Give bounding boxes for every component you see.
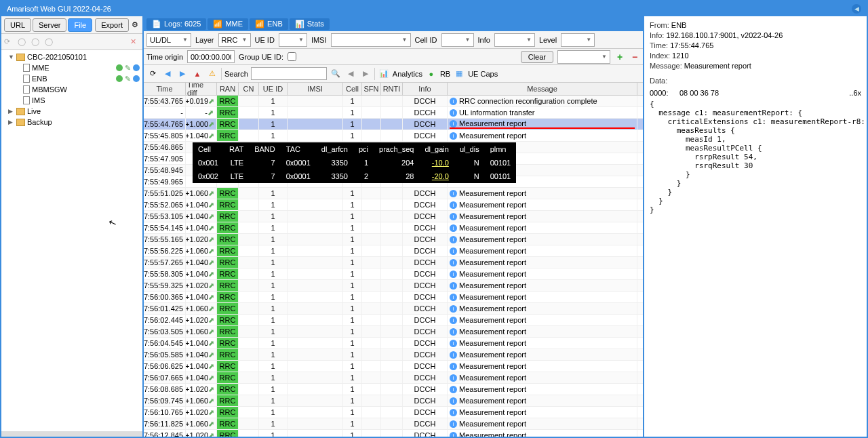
table-row[interactable]: 17:56:03.505+1.060⬈RRC11DCCHiMeasurement… (144, 326, 643, 338)
tree-node[interactable]: ▶Backup (4, 117, 140, 127)
column-header[interactable]: RAN (217, 83, 239, 95)
table-row[interactable]: 17:55:45.805+1.040⬈RRC11DCCHiMeasurement… (144, 130, 643, 142)
column-header[interactable]: IMSI (288, 83, 343, 95)
analytics-label[interactable]: Analytics (393, 70, 422, 78)
table-row[interactable]: 17:56:00.365+1.040⬈RRC11DCCHiMeasurement… (144, 292, 643, 303)
url-button[interactable]: URL (4, 18, 31, 32)
column-header[interactable]: Time (144, 83, 186, 95)
uecaps-icon[interactable]: ▦ (453, 68, 465, 80)
tab[interactable]: 📊Stats (290, 18, 330, 30)
column-header[interactable]: Info (403, 83, 448, 95)
table-row[interactable]: 17:55:56.225+1.060⬈RRC11DCCHiMeasurement… (144, 245, 643, 257)
chart-icon[interactable]: 📊 (378, 68, 390, 80)
file-tree[interactable]: ▼CBC-2021050101MME✎ENB✎MBMSGWIMS▶Live▶Ba… (1, 50, 142, 431)
table-row[interactable]: 17:56:10.765+1.020⬈RRC11DCCHiMeasurement… (144, 407, 643, 418)
rb-label[interactable]: RB (440, 70, 450, 78)
arrow-up-icon: ⬈ (208, 235, 214, 244)
column-header[interactable]: UE ID (259, 83, 288, 95)
table-row[interactable]: 17:55:58.305+1.040⬈RRC11DCCHiMeasurement… (144, 268, 643, 280)
export-button[interactable]: Export (95, 18, 129, 32)
next-icon[interactable]: ▶ (176, 68, 189, 80)
table-row[interactable]: 17:56:08.685+1.020⬈RRC11DCCHiMeasurement… (144, 384, 643, 395)
remove-icon[interactable]: − (629, 52, 640, 62)
log-grid[interactable]: TimeTime diffRANCNUE IDIMSICellSFNRNTIIn… (144, 83, 643, 437)
table-row[interactable]: 17:55:53.105+1.040⬈RRC11DCCHiMeasurement… (144, 211, 643, 222)
nav-icon2[interactable]: ◯ (31, 37, 41, 47)
edit-icon[interactable]: ✎ (125, 75, 131, 83)
table-row[interactable]: 17:56:02.445+1.020⬈RRC11DCCHiMeasurement… (144, 315, 643, 326)
group-ueid-checkbox[interactable] (288, 52, 296, 61)
column-header[interactable]: Message (448, 83, 637, 95)
play-icon[interactable] (133, 75, 140, 82)
column-header[interactable]: RNTI (381, 83, 403, 95)
column-header[interactable]: CN (239, 83, 259, 95)
ueid-combo[interactable]: ▼ (279, 33, 307, 47)
table-row[interactable]: 17:56:07.665+1.040⬈RRC11DCCHiMeasurement… (144, 372, 643, 384)
search-input[interactable] (251, 67, 327, 80)
table-row[interactable]: --⬈RRC11DCCHiUL information transfer (144, 107, 643, 119)
info-combo[interactable]: ▼ (494, 33, 535, 47)
table-cell: 1 (259, 130, 288, 141)
table-row[interactable]: 17:55:44.765+1.000⬈RRC11DCCHiMeasurement… (144, 119, 643, 130)
tree-node[interactable]: ENB✎ (4, 73, 140, 84)
table-row[interactable]: 17:55:55.165+1.020⬈RRC11DCCHiMeasurement… (144, 234, 643, 245)
search-next-icon[interactable]: ▶ (359, 68, 372, 80)
uecaps-label[interactable]: UE Caps (468, 70, 498, 78)
table-row[interactable]: 17:55:43.765+0.019⬈RRC11DCCHiRRC connect… (144, 96, 643, 107)
column-header[interactable]: Cell (343, 83, 362, 95)
clear-button[interactable]: Clear (521, 51, 553, 63)
table-cell: 17:56:10.765 (144, 407, 186, 418)
nav-icon[interactable]: ◯ (18, 37, 27, 47)
tab[interactable]: 📶MME (208, 18, 248, 30)
layer-combo[interactable]: RRC▼ (218, 33, 251, 47)
table-row[interactable]: 17:56:05.585+1.040⬈RRC11DCCHiMeasurement… (144, 349, 643, 361)
table-cell: 1 (343, 395, 362, 406)
gear-icon[interactable]: ⚙ (130, 19, 140, 31)
collapse-sidebar-icon[interactable]: ◀ (852, 4, 861, 14)
table-row[interactable]: 17:56:09.745+1.060⬈RRC11DCCHiMeasurement… (144, 395, 643, 407)
column-header[interactable]: Time diff (186, 83, 217, 95)
play-icon[interactable] (133, 64, 140, 71)
table-row[interactable]: 17:55:54.145+1.040⬈RRC11DCCHiMeasurement… (144, 222, 643, 234)
h-scrollbar[interactable] (1, 431, 142, 437)
table-row[interactable]: 17:55:51.025+1.060⬈RRC11DCCHiMeasurement… (144, 188, 643, 199)
edit-icon[interactable]: ✎ (125, 64, 131, 73)
table-row[interactable]: 17:55:59.325+1.020⬈RRC11DCCHiMeasurement… (144, 280, 643, 292)
filter-preset-combo[interactable]: ▼ (557, 50, 610, 64)
table-row[interactable]: 17:56:06.625+1.040⬈RRC11DCCHiMeasurement… (144, 361, 643, 372)
table-row[interactable]: 17:56:12.845+1.020⬈RRC11DCCHiMeasurement… (144, 430, 643, 437)
tab[interactable]: 📄Logs: 6025 (146, 18, 206, 30)
binoculars-icon[interactable]: 🔍 (330, 68, 342, 80)
time-origin-input[interactable] (187, 50, 235, 63)
server-button[interactable]: Server (33, 18, 66, 32)
refresh-icon[interactable]: ⟳ (4, 37, 14, 47)
table-row[interactable]: 17:55:57.265+1.040⬈RRC11DCCHiMeasurement… (144, 257, 643, 268)
tree-node[interactable]: ▼CBC-2021050101 (4, 52, 140, 62)
prev-icon[interactable]: ◀ (161, 68, 174, 80)
uldl-combo[interactable]: UL/DL▼ (146, 33, 191, 47)
info-icon: i (450, 294, 457, 301)
tree-node[interactable]: IMS (4, 95, 140, 106)
nav-icon3[interactable]: ◯ (45, 37, 54, 47)
cellid-combo[interactable]: ▼ (441, 33, 474, 47)
column-header[interactable]: SFN (362, 83, 381, 95)
tree-node[interactable]: ▶Live (4, 106, 140, 117)
table-row[interactable]: 17:56:01.425+1.060⬈RRC11DCCHiMeasurement… (144, 303, 643, 315)
add-icon[interactable]: + (614, 52, 625, 62)
table-row[interactable]: 17:55:52.065+1.040⬈RRC11DCCHiMeasurement… (144, 199, 643, 211)
refresh-icon[interactable]: ⟳ (146, 68, 159, 80)
close-icon[interactable]: ✕ (130, 37, 140, 47)
tree-node[interactable]: MME✎ (4, 62, 140, 73)
file-button[interactable]: File (68, 18, 92, 32)
imsi-combo[interactable]: ▼ (331, 33, 411, 47)
table-row[interactable]: 17:56:11.825+1.060⬈RRC11DCCHiMeasurement… (144, 418, 643, 430)
search-prev-icon[interactable]: ◀ (344, 68, 357, 80)
alert-icon[interactable]: ⚠ (206, 68, 218, 80)
tab[interactable]: 📶ENB (250, 18, 288, 30)
warn-icon[interactable]: ▲ (191, 68, 203, 80)
level-combo[interactable]: ▼ (561, 33, 595, 47)
tree-node[interactable]: MBMSGW (4, 84, 140, 95)
rb-icon[interactable]: ● (425, 68, 437, 80)
table-cell: +1.040⬈ (186, 257, 217, 268)
table-row[interactable]: 17:56:04.545+1.040⬈RRC11DCCHiMeasurement… (144, 338, 643, 349)
